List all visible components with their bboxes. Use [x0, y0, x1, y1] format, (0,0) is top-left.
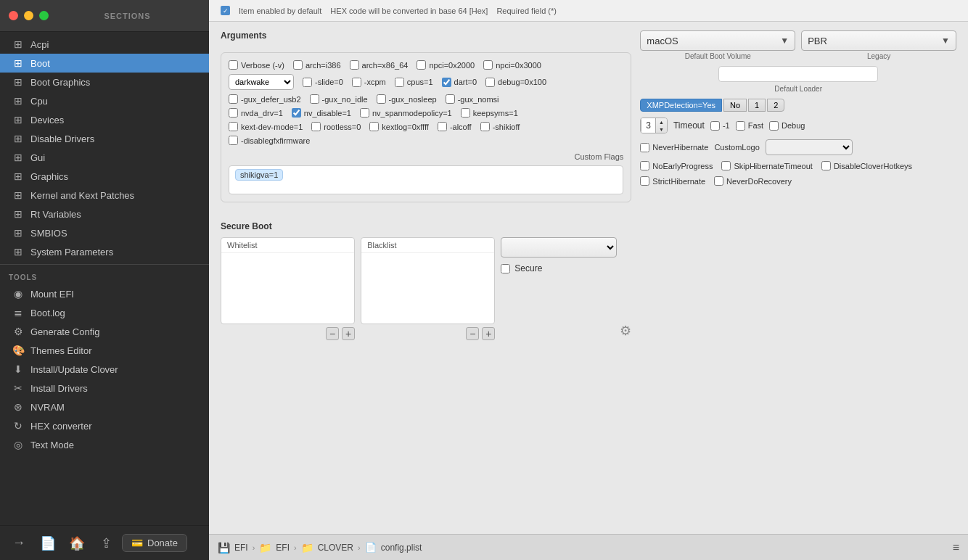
sidebar-item-text-mode[interactable]: ◎ Text Mode [0, 435, 209, 454]
gux-defer-input[interactable] [229, 94, 238, 104]
rootless-input[interactable] [311, 122, 321, 131]
minus1-input[interactable] [710, 121, 720, 131]
custom-logo-select[interactable] [766, 139, 853, 155]
alcoff-checkbox[interactable]: -alcoff [438, 122, 472, 131]
disable-clover-hotkeys-input[interactable] [821, 161, 831, 170]
fast-input[interactable] [736, 121, 745, 131]
blacklist-box[interactable]: Blacklist [361, 237, 495, 324]
never-hibernate-checkbox[interactable]: NeverHibernate [640, 143, 708, 152]
sidebar-item-install-drivers[interactable]: ✂ Install Drivers [0, 379, 209, 398]
sidebar-item-generate-config[interactable]: ⚙ Generate Config [0, 322, 209, 341]
gux-defer-checkbox[interactable]: -gux_defer_usb2 [229, 94, 301, 104]
sidebar-item-smbios[interactable]: ⊞ SMBIOS [0, 223, 209, 242]
gux-no-idle-checkbox[interactable]: -gux_no_idle [310, 94, 368, 104]
sidebar-item-boot-graphics[interactable]: ⊞ Boot Graphics [0, 73, 209, 91]
slide-checkbox[interactable]: -slide=0 [303, 78, 343, 87]
traffic-light-minimize[interactable] [24, 11, 33, 20]
sidebar-item-boot[interactable]: ⊞ Boot [0, 54, 209, 73]
no-early-progress-input[interactable] [640, 161, 649, 170]
document-button[interactable]: 📄 [35, 530, 61, 556]
traffic-light-maximize[interactable] [39, 11, 49, 20]
disablegfx-checkbox[interactable]: -disablegfxfirmware [229, 136, 310, 145]
whitelist-add-button[interactable]: + [342, 327, 355, 340]
sidebar-item-kernel-kext[interactable]: ⊞ Kernel and Kext Patches [0, 186, 209, 205]
share-button[interactable]: ⇪ [93, 530, 119, 556]
breadcrumb-menu-button[interactable]: ≡ [953, 541, 959, 554]
kext-dev-checkbox[interactable]: kext-dev-mode=1 [229, 122, 303, 131]
arch-x86-checkbox[interactable]: arch=x86_64 [350, 60, 409, 70]
xmp-2-button[interactable]: 2 [767, 99, 784, 112]
nvda-drv-checkbox[interactable]: nvda_drv=1 [229, 108, 283, 118]
npci-3000-input[interactable] [483, 60, 493, 70]
dart-checkbox[interactable]: dart=0 [442, 78, 477, 87]
npci-2000-checkbox[interactable]: npci=0x2000 [417, 60, 475, 70]
kext-dev-input[interactable] [229, 122, 238, 131]
slide-input[interactable] [303, 78, 312, 87]
sidebar-item-system-parameters[interactable]: ⊞ System Parameters [0, 242, 209, 261]
xmp-no-button[interactable]: No [723, 99, 747, 112]
fast-checkbox[interactable]: Fast [736, 121, 763, 131]
npci-3000-checkbox[interactable]: npci=0x3000 [483, 60, 541, 70]
arch-i386-input[interactable] [293, 60, 303, 70]
debug-checkbox[interactable]: debug=0x100 [485, 78, 546, 87]
timeout-stepper[interactable]: 3 ▲ ▼ [640, 118, 668, 133]
nv-spanmode-input[interactable] [360, 108, 369, 118]
nvda-drv-input[interactable] [229, 108, 238, 118]
debug-option-checkbox[interactable]: Debug [769, 121, 805, 131]
sidebar-item-install-clover[interactable]: ⬇ Install/Update Clover [0, 360, 209, 379]
sidebar-item-graphics[interactable]: ⊞ Graphics [0, 167, 209, 186]
darkwake-select[interactable]: darkwake darkwake=0 darkwake=1 [229, 74, 294, 90]
cpus-checkbox[interactable]: cpus=1 [395, 78, 433, 87]
whitelist-box[interactable]: Whitelist [221, 237, 355, 324]
keepsyms-checkbox[interactable]: keepsyms=1 [461, 108, 518, 118]
sidebar-item-hex-converter[interactable]: ↻ HEX converter [0, 416, 209, 435]
debug-input[interactable] [485, 78, 495, 87]
alcoff-input[interactable] [438, 122, 447, 131]
rootless-checkbox[interactable]: rootless=0 [311, 122, 361, 131]
strict-hibernate-input[interactable] [640, 176, 649, 186]
xcpm-input[interactable] [352, 78, 361, 87]
stepper-arrows[interactable]: ▲ ▼ [656, 118, 667, 133]
donate-button[interactable]: 💳 Donate [122, 534, 187, 552]
home-button[interactable]: 🏠 [64, 530, 90, 556]
blacklist-add-button[interactable]: + [482, 327, 495, 340]
gux-nosleep-input[interactable] [377, 94, 386, 104]
minus1-checkbox[interactable]: -1 [710, 121, 730, 131]
gux-no-idle-input[interactable] [310, 94, 319, 104]
never-do-recovery-checkbox[interactable]: NeverDoRecovery [714, 176, 792, 186]
sidebar-item-disable-drivers[interactable]: ⊞ Disable Drivers [0, 129, 209, 148]
disable-clover-hotkeys-checkbox[interactable]: DisableCloverHotkeys [821, 161, 912, 170]
never-do-recovery-input[interactable] [714, 176, 723, 186]
sidebar-item-mount-efi[interactable]: ◉ Mount EFI [0, 284, 209, 303]
shikioff-checkbox[interactable]: -shikioff [480, 122, 520, 131]
sidebar-item-devices[interactable]: ⊞ Devices [0, 110, 209, 129]
gux-nomsi-input[interactable] [446, 94, 455, 104]
kextlog-input[interactable] [369, 122, 379, 131]
nv-disable-checkbox[interactable]: nv_disable=1 [292, 108, 351, 118]
sidebar-item-acpi[interactable]: ⊞ Acpi [0, 35, 209, 54]
cpus-input[interactable] [395, 78, 404, 87]
xmp-1-button[interactable]: 1 [748, 99, 766, 112]
xcpm-checkbox[interactable]: -xcpm [352, 78, 386, 87]
dart-input[interactable] [442, 78, 451, 87]
gux-nomsi-checkbox[interactable]: -gux_nomsi [446, 94, 499, 104]
verbose-checkbox[interactable]: Verbose (-v) [229, 60, 284, 70]
settings-icon[interactable]: ⚙ [620, 324, 631, 338]
skip-hibernate-input[interactable] [721, 161, 731, 170]
blacklist-remove-button[interactable]: − [466, 327, 479, 340]
sidebar-item-rt-variables[interactable]: ⊞ Rt Variables [0, 205, 209, 223]
secure-checkbox[interactable]: Secure [501, 263, 631, 273]
kextlog-checkbox[interactable]: kextlog=0xffff [369, 122, 429, 131]
keepsyms-input[interactable] [461, 108, 470, 118]
arch-i386-checkbox[interactable]: arch=i386 [293, 60, 341, 70]
whitelist-remove-button[interactable]: − [326, 327, 339, 340]
stepper-down-icon[interactable]: ▼ [656, 125, 667, 133]
debug-option-input[interactable] [769, 121, 779, 131]
secure-input[interactable] [501, 264, 510, 273]
gux-nosleep-checkbox[interactable]: -gux_nosleep [377, 94, 437, 104]
nv-spanmode-checkbox[interactable]: nv_spanmodepolicy=1 [360, 108, 452, 118]
secure-dropdown[interactable] [501, 237, 617, 258]
shikioff-input[interactable] [480, 122, 490, 131]
strict-hibernate-checkbox[interactable]: StrictHibernate [640, 176, 705, 186]
arrow-right-button[interactable]: → [6, 530, 32, 556]
